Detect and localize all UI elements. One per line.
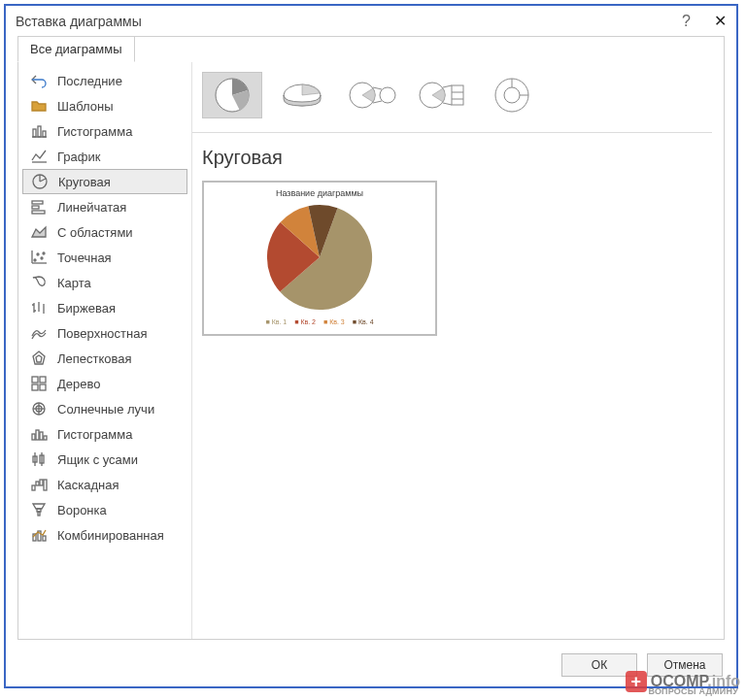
- sidebar-item-map[interactable]: Карта: [18, 270, 191, 295]
- sidebar-item-folder[interactable]: Шаблоны: [18, 93, 191, 118]
- svg-marker-21: [36, 355, 42, 362]
- radar-icon: [30, 350, 48, 367]
- sidebar-item-label: Карта: [57, 276, 91, 290]
- sidebar-item-label: Солнечные лучи: [57, 402, 154, 417]
- map-icon: [30, 274, 48, 291]
- sidebar-item-label: Поверхностная: [57, 326, 147, 341]
- sidebar-item-label: Гистограмма: [57, 124, 132, 139]
- svg-rect-46: [43, 536, 46, 541]
- sidebar-item-sunburst[interactable]: Солнечные лучи: [18, 396, 191, 421]
- dialog-buttons: ОК Отмена: [6, 648, 736, 686]
- sidebar-item-label: Биржевая: [57, 301, 116, 316]
- svg-point-60: [504, 87, 520, 103]
- svg-rect-22: [32, 377, 38, 383]
- pie-chart-icon: [256, 200, 383, 315]
- insert-chart-dialog: Вставка диаграммы ? ✕ Все диаграммы Посл…: [4, 4, 738, 688]
- sidebar-item-stock[interactable]: Биржевая: [18, 295, 191, 320]
- sidebar-item-waterfall[interactable]: Каскадная: [18, 472, 191, 497]
- subtype-pie[interactable]: [202, 72, 262, 118]
- sidebar-item-label: Комбинированная: [57, 528, 164, 543]
- boxplot-icon: [30, 450, 48, 468]
- subtype-row: [192, 68, 712, 133]
- sidebar-item-label: Линейчатая: [57, 200, 126, 215]
- svg-rect-8: [32, 211, 45, 214]
- sidebar-item-histogram[interactable]: Гистограмма: [18, 421, 191, 447]
- svg-rect-0: [33, 129, 36, 137]
- svg-line-58: [443, 103, 452, 105]
- sidebar-item-tree[interactable]: Дерево: [18, 371, 191, 396]
- columns-icon: [30, 122, 48, 140]
- sidebar-item-label: Ящик с усами: [57, 452, 138, 467]
- scatter-icon: [30, 249, 48, 266]
- sidebar-item-undo[interactable]: Последние: [18, 68, 191, 93]
- sidebar-item-label: С областями: [57, 225, 133, 240]
- svg-rect-25: [40, 384, 46, 390]
- waterfall-icon: [30, 476, 48, 493]
- sidebar-item-radar[interactable]: Лепестковая: [18, 346, 191, 371]
- svg-rect-2: [43, 131, 46, 137]
- sidebar-item-label: Круговая: [58, 175, 111, 189]
- sidebar-item-label: Последние: [57, 74, 122, 88]
- help-icon[interactable]: ?: [682, 13, 691, 30]
- combo-icon: [30, 526, 48, 544]
- pie-icon: [31, 173, 49, 190]
- svg-rect-43: [38, 512, 40, 516]
- svg-rect-32: [40, 432, 43, 440]
- sidebar-item-label: Каскадная: [57, 478, 119, 492]
- sidebar-item-bars-h[interactable]: Линейчатая: [18, 194, 191, 219]
- sidebar-item-label: Лепестковая: [57, 351, 132, 366]
- sidebar-item-columns[interactable]: Гистограмма: [18, 118, 191, 144]
- svg-point-9: [34, 259, 36, 261]
- sidebar-item-label: Гистограмма: [57, 427, 132, 442]
- chart-preview[interactable]: Название диаграммы Кв. 1 Кв. 2 Кв. 3 Кв.…: [202, 181, 437, 336]
- svg-point-10: [37, 253, 39, 255]
- subtype-bar-of-pie[interactable]: [412, 72, 472, 118]
- svg-rect-1: [38, 126, 41, 137]
- undo-icon: [30, 72, 48, 89]
- svg-rect-39: [36, 482, 39, 485]
- client-area: Все диаграммы Последние Шаблоны Гистогра…: [17, 36, 725, 640]
- subtype-doughnut[interactable]: [482, 72, 542, 118]
- sidebar-item-boxplot[interactable]: Ящик с усами: [18, 447, 191, 472]
- svg-line-51: [373, 87, 382, 89]
- tab-all-charts[interactable]: Все диаграммы: [17, 36, 135, 62]
- surface-icon: [30, 324, 48, 342]
- cancel-button[interactable]: Отмена: [647, 653, 723, 677]
- svg-rect-54: [452, 85, 463, 105]
- doughnut-icon: [491, 76, 533, 115]
- pie-icon: [211, 76, 254, 115]
- close-icon[interactable]: ✕: [714, 12, 727, 30]
- sidebar-item-surface[interactable]: Поверхностная: [18, 320, 191, 346]
- sidebar-item-combo[interactable]: Комбинированная: [18, 522, 191, 548]
- subtype-pie-3d[interactable]: [272, 72, 332, 118]
- bars-h-icon: [30, 198, 48, 216]
- line-icon: [30, 148, 48, 165]
- svg-line-57: [443, 85, 452, 87]
- folder-icon: [30, 97, 48, 115]
- subtype-pie-of-pie[interactable]: [342, 72, 402, 118]
- sidebar-item-label: Воронка: [57, 503, 107, 517]
- sidebar-item-scatter[interactable]: Точечная: [18, 245, 191, 270]
- category-sidebar: Последние Шаблоны Гистограмма График Кру…: [18, 62, 191, 639]
- svg-rect-40: [40, 480, 43, 485]
- histogram-icon: [30, 425, 48, 443]
- ok-button[interactable]: ОК: [561, 653, 637, 677]
- sidebar-item-pie[interactable]: Круговая: [22, 169, 187, 194]
- sidebar-item-line[interactable]: График: [18, 144, 191, 169]
- stock-icon: [30, 299, 48, 317]
- svg-point-50: [380, 87, 395, 103]
- svg-rect-24: [32, 384, 38, 390]
- sidebar-item-area[interactable]: С областями: [18, 219, 191, 245]
- sidebar-item-funnel[interactable]: Воронка: [18, 497, 191, 522]
- subtype-title: Круговая: [192, 133, 724, 179]
- svg-rect-38: [32, 485, 35, 490]
- sidebar-item-label: Шаблоны: [57, 99, 114, 114]
- svg-rect-23: [40, 377, 46, 383]
- sunburst-icon: [30, 400, 48, 417]
- svg-line-52: [373, 101, 382, 103]
- pie-of-pie-icon: [347, 76, 397, 115]
- svg-point-11: [41, 257, 43, 259]
- titlebar: Вставка диаграммы ? ✕: [6, 6, 736, 36]
- sidebar-item-label: График: [57, 150, 100, 164]
- preview-legend: Кв. 1 Кв. 2 Кв. 3 Кв. 4: [265, 318, 373, 325]
